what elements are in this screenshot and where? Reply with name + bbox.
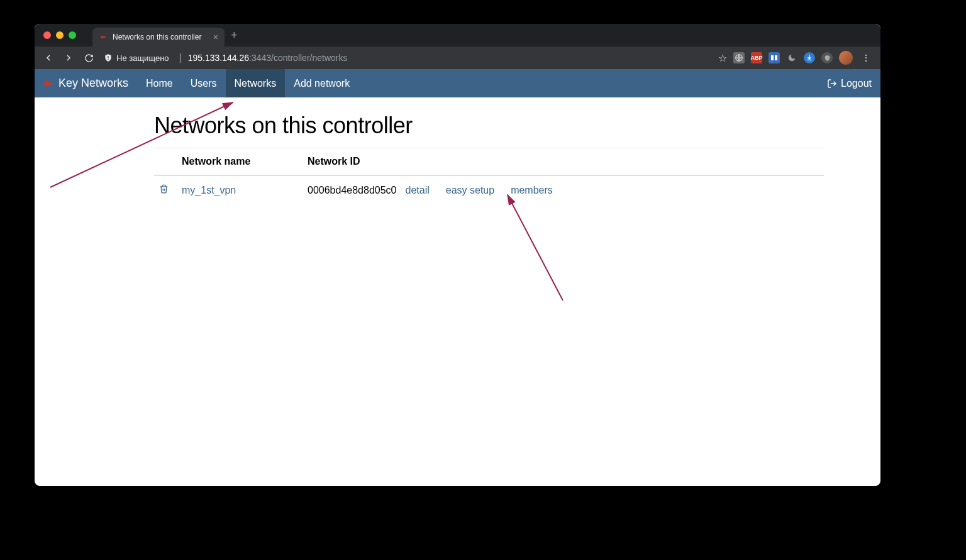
profile-avatar[interactable]: [839, 51, 853, 65]
traffic-lights: [41, 31, 81, 39]
nav-item-networks[interactable]: Networks: [226, 69, 286, 97]
nav-item-users[interactable]: Users: [182, 69, 226, 97]
window-close-button[interactable]: [43, 31, 51, 39]
security-label: Не защищено: [116, 53, 169, 63]
window-minimize-button[interactable]: [56, 31, 64, 39]
action-easy-setup-link[interactable]: easy setup: [446, 185, 494, 196]
window-maximize-button[interactable]: [69, 31, 76, 39]
delete-network-button[interactable]: [159, 185, 169, 196]
adblock-extension-icon[interactable]: ABP: [751, 52, 762, 63]
logout-label: Logout: [841, 78, 872, 89]
browser-menu-button[interactable]: ⋮: [859, 53, 873, 63]
svg-rect-2: [775, 55, 777, 60]
networks-table: Network name Network ID my_1st_vpn: [154, 148, 824, 204]
brand[interactable]: Key Networks: [35, 69, 137, 97]
app-navbar: Key Networks Home Users Networks Add net…: [35, 69, 880, 97]
network-id: 0006bd4e8d8d05c0: [308, 185, 396, 196]
tab-bar: Networks on this controller × +: [35, 24, 880, 47]
back-button[interactable]: [40, 49, 57, 67]
bookmark-star-icon[interactable]: ☆: [718, 52, 727, 64]
url-input[interactable]: 195.133.144.26:3443/controller/networks: [188, 53, 716, 63]
action-members-link[interactable]: members: [511, 185, 553, 196]
nav-item-add-network[interactable]: Add network: [285, 69, 358, 97]
action-detail-link[interactable]: detail: [405, 185, 429, 196]
url-path: :3443/controller/networks: [249, 53, 347, 63]
url-host: 195.133.144.26: [188, 53, 249, 63]
tab-close-button[interactable]: ×: [213, 32, 218, 42]
network-name-link[interactable]: my_1st_vpn: [182, 185, 236, 195]
tab-favicon: [99, 33, 108, 41]
nav-item-home[interactable]: Home: [137, 69, 182, 97]
url-separator: |: [179, 52, 182, 63]
moon-extension-icon[interactable]: [786, 52, 797, 63]
page-content: Networks on this controller Network name…: [35, 97, 880, 204]
table-row: my_1st_vpn 0006bd4e8d8d05c0 detail easy …: [154, 175, 824, 204]
column-header-id: Network ID: [303, 148, 824, 176]
tab-title: Networks on this controller: [113, 33, 201, 41]
new-tab-button[interactable]: +: [231, 29, 238, 42]
column-header-name: Network name: [177, 148, 303, 176]
url-bar: Не защищено | 195.133.144.26:3443/contro…: [35, 47, 880, 69]
download-extension-icon[interactable]: [804, 52, 815, 63]
page-title: Networks on this controller: [154, 113, 824, 139]
extension-icons: ☆ ABP ⋮: [718, 51, 875, 65]
globe-extension-icon[interactable]: [733, 52, 745, 63]
svg-rect-1: [771, 55, 774, 60]
reload-button[interactable]: [80, 49, 97, 67]
security-indicator[interactable]: Не защищено: [100, 53, 173, 63]
translate-extension-icon[interactable]: [769, 52, 780, 63]
logout-button[interactable]: Logout: [818, 69, 880, 97]
browser-window: Networks on this controller × + Не защищ…: [35, 24, 880, 486]
browser-tab[interactable]: Networks on this controller ×: [92, 28, 225, 47]
forward-button[interactable]: [60, 49, 77, 67]
brand-icon: [42, 78, 53, 89]
brand-label: Key Networks: [58, 77, 128, 90]
shield-extension-icon[interactable]: [821, 52, 833, 63]
